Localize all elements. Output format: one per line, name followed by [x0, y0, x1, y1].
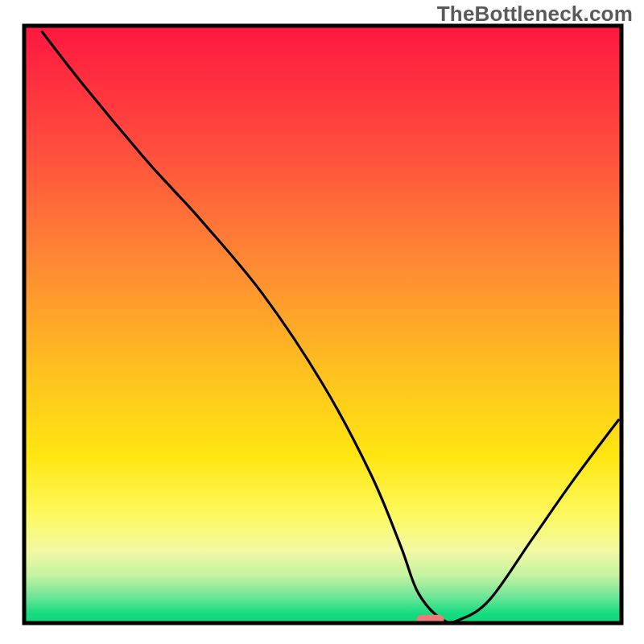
watermark-text: TheBottleneck.com: [437, 2, 633, 27]
chart-stage: TheBottleneck.com: [0, 0, 644, 644]
bottleneck-chart: [0, 0, 644, 644]
plot-background-gradient: [24, 26, 621, 623]
